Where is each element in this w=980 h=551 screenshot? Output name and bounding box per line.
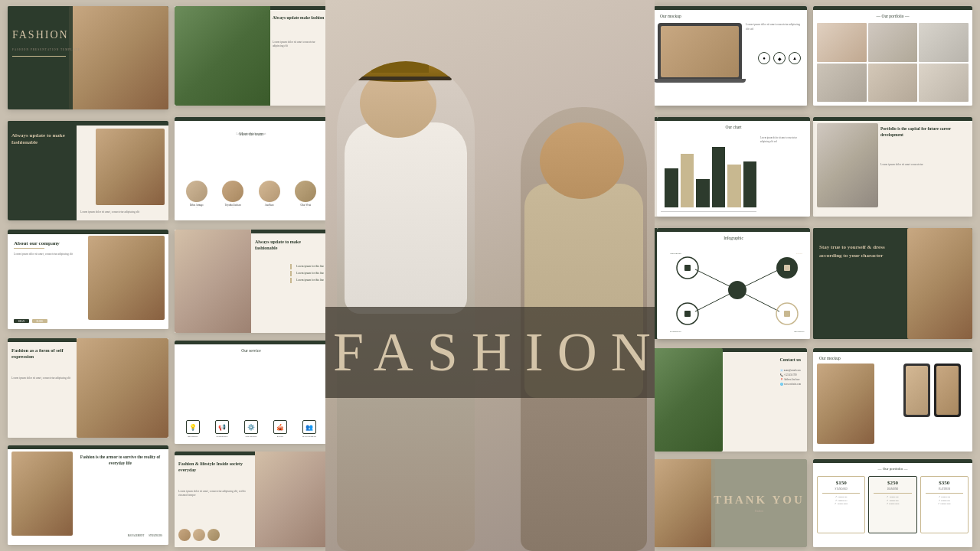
slide6-body: Lorem ipsum dolor sit amet consectetur a…	[273, 41, 325, 49]
thankyou-sub: Fashion	[755, 510, 763, 513]
price-2: $250	[887, 480, 898, 486]
price-label-2: DIAMOND	[887, 487, 899, 491]
slide5-title: Fashion is the armor to survive the real…	[78, 455, 162, 466]
slide-20-thankyou[interactable]: THANK YOU Fashion	[654, 459, 807, 547]
laptop-mockup-title: Our mockup	[660, 14, 681, 18]
slide4-title: Fashion as a form of self expression	[11, 347, 74, 360]
slide2-body: Lorem ipsum dolor sit amet, consectetur …	[80, 210, 149, 214]
slide-15-pricing[interactable]: — Our portfolio — $150 STANDARD ✓ Featur…	[813, 459, 972, 547]
slide1-subtitle: FASHION PRESENTATION TEMPLATE	[12, 48, 80, 51]
slide-6[interactable]: Always update make fashion Lorem ipsum d…	[175, 6, 328, 106]
slide12-title: Portfolio is the capital for future care…	[880, 126, 969, 138]
svg-rect-12	[784, 311, 790, 317]
svg-point-4	[728, 281, 746, 299]
chart-title: Our chart	[657, 125, 810, 129]
fashion-main-text: FASHION	[333, 321, 655, 383]
price-label-3: PLATINUM	[939, 487, 950, 491]
slide10-title: Fashion & lifestyle Inside society every…	[178, 461, 251, 474]
slide-3[interactable]: About our company Lorem ipsum dolor sit …	[8, 230, 168, 329]
price-3: $350	[939, 480, 949, 486]
price-1: $150	[836, 480, 847, 486]
slide-12[interactable]: Portfolio is the capital for future care…	[813, 117, 972, 217]
fashion-overlay: FASHION	[325, 307, 655, 398]
slide-laptop-mockup[interactable]: Our mockup Lorem ipsum dolor sit amet co…	[654, 6, 807, 106]
hero-main: FASHION	[325, 0, 655, 551]
thankyou-text: THANK YOU	[714, 494, 805, 507]
slide2-title: Always update to make fashionable	[11, 132, 73, 146]
slide-5[interactable]: Fashion is the armor to survive the real…	[8, 445, 168, 545]
chart-body: Lorem ipsum dolor sit amet consectetur a…	[760, 136, 806, 144]
slide19-title: Contact us	[779, 357, 801, 362]
svg-rect-10	[784, 265, 790, 271]
slide-19-contact[interactable]: Contact us 📧 name@email.com 📞 +123 456 7…	[654, 348, 807, 452]
slide-chart[interactable]: Our chart Lorem ipsum dolor sit amet con…	[657, 117, 810, 217]
slide-10[interactable]: Fashion & lifestyle Inside society every…	[175, 452, 328, 547]
slide12-body: Lorem ipsum dolor sit amet consectetur	[880, 163, 969, 167]
slide3-body: Lorem ipsum dolor sit amet, consectetur …	[14, 253, 90, 256]
slide9-title: Our service	[175, 348, 328, 353]
price-label-1: STANDARD	[835, 487, 848, 491]
slide6-title: Always update make fashion	[273, 15, 325, 21]
service-4: EVENT	[273, 435, 287, 438]
slide-7-team[interactable]: Meet the team Lorem ipsum dolor sit amet…	[175, 117, 328, 220]
service-2: MARKETING	[215, 435, 229, 438]
info-item-1: STRATEGIES	[666, 253, 685, 255]
laptop-mockup-body: Lorem ipsum dolor sit amet consectetur a…	[746, 23, 803, 31]
slide1-title: FASHION	[12, 29, 69, 41]
service-3: STRATEGIES	[244, 435, 258, 438]
slide-14-mockup[interactable]: Our mockup	[813, 348, 972, 452]
slide-11-portfolio[interactable]: — Our portfolio —	[813, 6, 972, 106]
slide14-title: Our mockup	[819, 356, 841, 360]
slide7-subtitle: Lorem ipsum dolor sit amet	[175, 132, 328, 135]
slide8-title: Always update to make fashionable	[255, 239, 324, 252]
info-item-2: EVENT	[789, 253, 810, 255]
slide-infographic[interactable]: Infographic STRATEGIES	[657, 228, 810, 339]
slide-9-service[interactable]: Our service 💡 BRANDING 📢 MARKETING ⚙️ ST…	[175, 341, 328, 444]
slide4-body: Lorem ipsum dolor sit amet, consectetur …	[11, 377, 74, 380]
slide-13-dark-quote[interactable]: Stay true to yourself & dress according …	[813, 228, 972, 339]
service-5: MANAGEMENT	[302, 435, 316, 438]
slide11-title: — Our portfolio —	[813, 14, 972, 18]
info-item-4: BRANDING	[789, 331, 810, 333]
info-item-3: MARKETING	[666, 331, 685, 333]
svg-rect-9	[684, 265, 691, 271]
slide15-title: — Our portfolio —	[813, 467, 972, 471]
slide10-body: Lorem ipsum dolor sit amet, consectetur …	[178, 490, 251, 498]
slide-1-cover[interactable]: FASHION FASHION PRESENTATION TEMPLATE	[8, 6, 168, 109]
service-1: BRANDING	[186, 435, 200, 438]
svg-rect-11	[684, 311, 691, 317]
slide-4[interactable]: Fashion as a form of self expression Lor…	[8, 338, 168, 438]
slide-8[interactable]: Always update to make fashionable Lorem …	[175, 230, 328, 333]
slide-2[interactable]: Always update to make fashionable Lorem …	[8, 121, 168, 220]
infographic-title: Infographic	[657, 236, 810, 240]
slide13-quote: Stay true to yourself & dress according …	[819, 243, 903, 259]
slide3-title: About our company	[14, 240, 60, 246]
